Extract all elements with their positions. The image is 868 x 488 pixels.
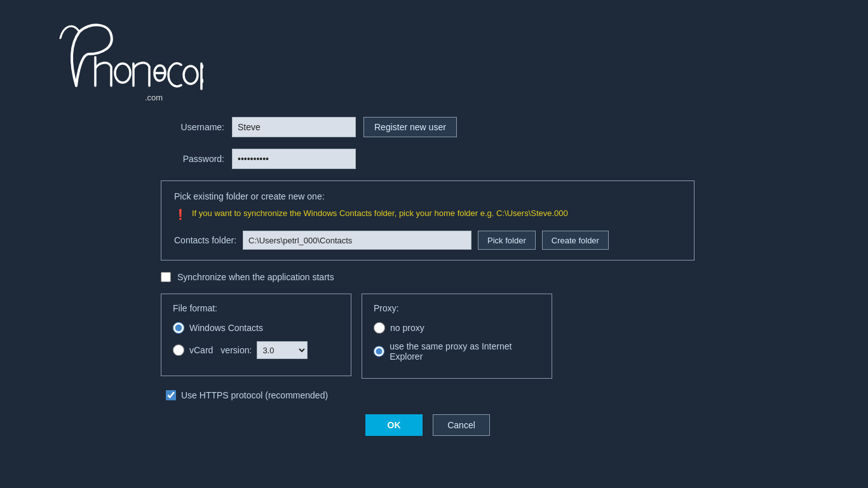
bottom-panels: File format: Windows Contacts vCard vers… xyxy=(161,294,695,379)
password-row: Password: xyxy=(161,149,707,169)
phonecopy-logo: .com xyxy=(38,19,203,102)
proxy-title: Proxy: xyxy=(374,303,540,313)
folder-section-title: Pick existing folder or create new one: xyxy=(174,191,681,201)
create-folder-button[interactable]: Create folder xyxy=(542,231,609,250)
no-proxy-label[interactable]: no proxy xyxy=(390,323,424,333)
username-row: Username: Register new user xyxy=(161,117,707,137)
username-label: Username: xyxy=(161,122,224,132)
file-format-title: File format: xyxy=(173,303,339,313)
pick-folder-button[interactable]: Pick folder xyxy=(478,231,536,250)
ie-proxy-label[interactable]: use the same proxy as Internet Explorer xyxy=(390,341,540,362)
sync-label[interactable]: Synchronize when the application starts xyxy=(177,272,334,282)
no-proxy-radio-row: no proxy xyxy=(374,322,540,334)
vcard-radio-row: vCard version: 3.0 2.1 xyxy=(173,341,339,359)
warning-row: ❗ If you want to synchronize the Windows… xyxy=(174,208,681,222)
username-input[interactable] xyxy=(232,117,356,137)
no-proxy-radio[interactable] xyxy=(374,322,385,334)
https-label[interactable]: Use HTTPS protocol (recommended) xyxy=(181,390,328,400)
ie-proxy-radio-row: use the same proxy as Internet Explorer xyxy=(374,341,540,362)
ok-button[interactable]: OK xyxy=(365,414,423,436)
svg-text:.com: .com xyxy=(145,93,163,102)
vcard-radio[interactable] xyxy=(173,344,184,356)
contacts-folder-input[interactable] xyxy=(243,231,471,250)
vcard-radio-label[interactable]: vCard xyxy=(189,345,213,355)
https-checkbox[interactable] xyxy=(166,390,176,400)
logo-area: .com xyxy=(0,0,868,117)
warning-icon: ❗ xyxy=(174,208,187,222)
folder-section: Pick existing folder or create new one: … xyxy=(161,180,695,261)
version-label: version: xyxy=(220,345,252,355)
https-row: Use HTTPS protocol (recommended) xyxy=(161,390,695,400)
windows-contacts-radio[interactable] xyxy=(173,322,184,334)
svg-point-0 xyxy=(115,64,130,83)
main-content: Username: Register new user Password: Pi… xyxy=(161,117,707,436)
ie-proxy-radio[interactable] xyxy=(374,346,384,357)
windows-contacts-radio-row: Windows Contacts xyxy=(173,322,339,334)
action-row: OK Cancel xyxy=(161,414,695,436)
file-format-section: File format: Windows Contacts vCard vers… xyxy=(161,294,351,376)
warning-text: If you want to synchronize the Windows C… xyxy=(192,208,568,219)
sync-checkbox[interactable] xyxy=(161,272,171,282)
register-new-user-button[interactable]: Register new user xyxy=(363,117,457,137)
svg-point-1 xyxy=(184,66,198,84)
windows-contacts-radio-label[interactable]: Windows Contacts xyxy=(189,323,263,333)
cancel-button[interactable]: Cancel xyxy=(433,414,490,436)
version-select[interactable]: 3.0 2.1 xyxy=(257,341,308,359)
proxy-section: Proxy: no proxy use the same proxy as In… xyxy=(362,294,552,379)
contacts-folder-label: Contacts folder: xyxy=(174,235,236,245)
contacts-folder-row: Contacts folder: Pick folder Create fold… xyxy=(174,231,681,250)
password-label: Password: xyxy=(161,154,224,164)
password-input[interactable] xyxy=(232,149,356,169)
sync-row: Synchronize when the application starts xyxy=(161,272,707,282)
